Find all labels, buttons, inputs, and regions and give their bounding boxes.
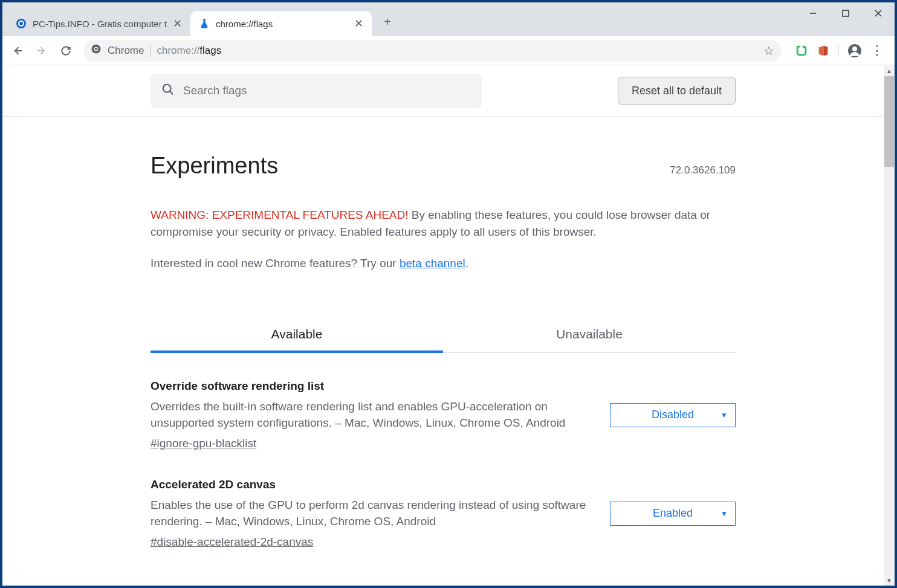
reset-all-button[interactable]: Reset all to default [618, 77, 736, 105]
browser-window: PC-Tips.INFO - Gratis computer t ✕ chrom… [2, 2, 895, 586]
flags-header: Reset all to default [2, 65, 884, 117]
experiment-title: Override software rendering list [151, 380, 592, 393]
experiment-row: Override software rendering list Overrid… [151, 380, 736, 450]
chevron-down-icon: ▼ [721, 509, 728, 518]
site-favicon-icon [16, 18, 27, 29]
bookmark-star-icon[interactable]: ☆ [763, 44, 774, 58]
titlebar: PC-Tips.INFO - Gratis computer t ✕ chrom… [2, 2, 895, 36]
tab-available[interactable]: Available [151, 316, 443, 352]
experiment-description: Enables the use of the GPU to perform 2d… [151, 497, 592, 529]
scheme-label: Chrome [108, 45, 144, 57]
beta-text: Interested in cool new Chrome features? … [151, 257, 736, 270]
flags-main: Experiments 72.0.3626.109 WARNING: EXPER… [151, 117, 736, 549]
new-tab-button[interactable]: + [379, 13, 396, 30]
menu-dots-icon[interactable]: ⋮ [870, 43, 884, 59]
chevron-down-icon: ▼ [721, 411, 728, 419]
experiment-select[interactable]: Disabled ▼ [610, 403, 736, 427]
scrollbar-thumb[interactable] [884, 76, 894, 167]
evernote-elephant-icon[interactable] [795, 44, 808, 57]
extension-icons: ⋮ [789, 43, 890, 59]
svg-point-9 [95, 48, 98, 51]
tab-strip: PC-Tips.INFO - Gratis computer t ✕ chrom… [2, 2, 396, 36]
address-bar[interactable]: Chrome chrome://flags ☆ [83, 40, 782, 62]
tab-title: chrome://flags [216, 19, 348, 29]
search-flags-input[interactable] [183, 84, 471, 97]
forward-button[interactable] [31, 40, 52, 61]
experiment-select[interactable]: Enabled ▼ [610, 502, 736, 526]
tab-unavailable[interactable]: Unavailable [443, 316, 736, 352]
scrollbar[interactable]: ▲ ▼ [884, 65, 895, 586]
search-flags-box[interactable] [151, 74, 482, 108]
svg-line-13 [170, 91, 173, 94]
url-text: chrome://flags [157, 45, 757, 57]
window-controls [797, 2, 895, 24]
warning-prefix: WARNING: EXPERIMENTAL FEATURES AHEAD! [151, 208, 409, 221]
chrome-icon [91, 44, 102, 57]
browser-tab-active[interactable]: chrome://flags ✕ [190, 11, 372, 36]
browser-tab-inactive[interactable]: PC-Tips.INFO - Gratis computer t ✕ [7, 11, 190, 36]
svg-point-11 [852, 47, 857, 51]
maximize-button[interactable] [829, 2, 862, 24]
experiment-description: Overrides the built-in software renderin… [151, 399, 592, 431]
beta-channel-link[interactable]: beta channel [400, 257, 465, 270]
experiment-fragment-link[interactable]: #disable-accelerated-2d-canvas [151, 535, 313, 548]
scroll-up-icon[interactable]: ▲ [884, 65, 895, 76]
toolbar: Chrome chrome://flags ☆ ⋮ [2, 36, 895, 65]
close-window-button[interactable] [862, 2, 895, 24]
version-text: 72.0.3626.109 [670, 164, 736, 176]
flags-tabs: Available Unavailable [151, 316, 736, 353]
flask-icon [199, 18, 210, 29]
back-button[interactable] [7, 40, 28, 61]
minimize-button[interactable] [797, 2, 829, 24]
content-area: Reset all to default Experiments 72.0.36… [2, 65, 895, 586]
experiment-title: Accelerated 2D canvas [151, 478, 592, 491]
experiment-row: Accelerated 2D canvas Enables the use of… [151, 478, 736, 549]
warning-text: WARNING: EXPERIMENTAL FEATURES AHEAD! By… [151, 207, 736, 240]
select-value: Disabled [652, 409, 694, 421]
close-icon[interactable]: ✕ [354, 18, 363, 29]
svg-point-2 [19, 22, 23, 25]
profile-avatar-icon[interactable] [847, 44, 862, 58]
flags-page: Reset all to default Experiments 72.0.36… [2, 65, 895, 586]
experiments-list: Override software rendering list Overrid… [151, 380, 736, 549]
office-extension-icon[interactable] [817, 44, 830, 57]
scroll-down-icon[interactable]: ▼ [884, 575, 895, 586]
experiment-fragment-link[interactable]: #ignore-gpu-blacklist [151, 437, 256, 450]
select-value: Enabled [653, 507, 693, 520]
separator [838, 44, 839, 57]
svg-point-12 [163, 84, 171, 92]
search-icon [161, 83, 175, 99]
tab-title: PC-Tips.INFO - Gratis computer t [33, 19, 167, 29]
close-icon[interactable]: ✕ [173, 18, 182, 29]
svg-rect-4 [843, 10, 849, 16]
divider [150, 45, 151, 57]
page-title: Experiments [151, 153, 278, 179]
reload-button[interactable] [56, 40, 76, 61]
